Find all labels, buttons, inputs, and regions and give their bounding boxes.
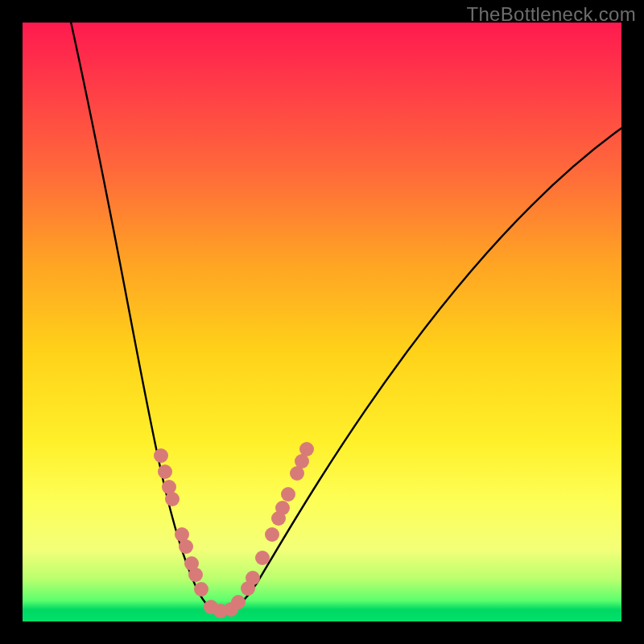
curve-marker bbox=[179, 539, 193, 554]
curve-marker bbox=[275, 501, 290, 515]
curve-marker bbox=[299, 442, 314, 456]
curve-marker bbox=[154, 448, 168, 463]
v-curve-line bbox=[69, 14, 634, 612]
curve-marker bbox=[281, 487, 295, 502]
chart-area bbox=[23, 23, 621, 621]
marker-group bbox=[154, 442, 314, 618]
curve-marker bbox=[246, 571, 260, 585]
curve-marker bbox=[188, 568, 203, 582]
watermark-text: TheBottleneck.com bbox=[466, 3, 636, 26]
curve-marker bbox=[194, 582, 208, 597]
curve-marker bbox=[231, 595, 246, 609]
curve-marker bbox=[255, 551, 270, 565]
curve-marker bbox=[158, 464, 172, 479]
chart-svg bbox=[23, 23, 621, 621]
curve-marker bbox=[265, 527, 279, 542]
curve-marker bbox=[165, 492, 180, 506]
